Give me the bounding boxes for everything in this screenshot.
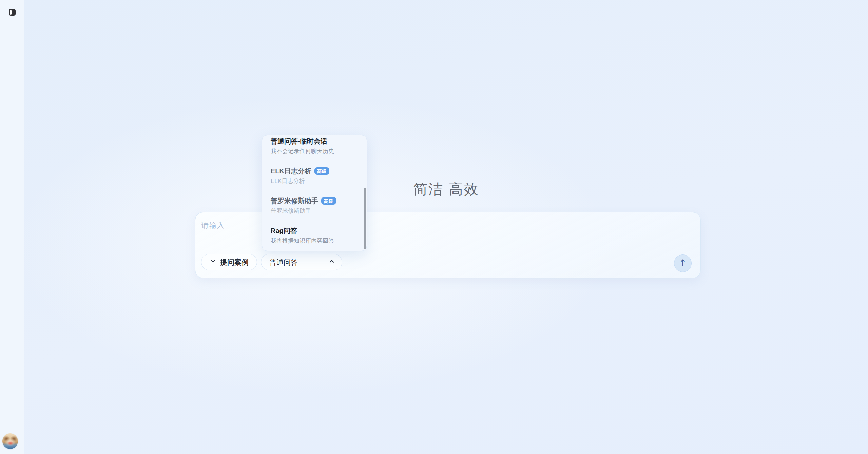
menu-item-subtitle: 我将根据知识库内容回答 xyxy=(271,237,361,245)
advanced-badge: 高级 xyxy=(314,167,329,175)
assistant-mode-value: 普通问答 xyxy=(269,258,298,267)
user-avatar[interactable] xyxy=(2,433,18,449)
examples-button-label: 提问案例 xyxy=(220,258,249,267)
assistant-mode-select[interactable]: 普通问答 xyxy=(261,254,342,270)
menu-item-subtitle: ELK日志分析 xyxy=(271,177,361,185)
chevron-up-icon xyxy=(328,258,335,266)
menu-item-subtitle: 普罗米修斯助手 xyxy=(271,207,361,215)
menu-item-title: ELK日志分析 xyxy=(271,166,311,176)
sidebar-divider xyxy=(0,430,24,430)
dropdown-scrollbar-thumb[interactable] xyxy=(364,188,366,249)
arrow-up-icon: ↑ xyxy=(679,259,687,268)
menu-item-subtitle: 我不会记录任何聊天历史 xyxy=(271,147,361,155)
menu-item-title: Rag问答 xyxy=(271,226,297,235)
panel-left-icon xyxy=(10,10,12,15)
assistant-dropdown-menu: 普通问答-临时会话 我不会记录任何聊天历史 ELK日志分析 高级 ELK日志分析… xyxy=(262,135,367,251)
menu-item-title: 普罗米修斯助手 xyxy=(271,196,318,206)
chevron-down-icon xyxy=(210,258,216,266)
menu-item-general-temp-session[interactable]: 普通问答-临时会话 我不会记录任何聊天历史 xyxy=(271,136,361,155)
menu-item-title: 普通问答-临时会话 xyxy=(271,136,327,146)
advanced-badge: 高级 xyxy=(321,197,336,205)
page-title: 简洁 高效 xyxy=(24,181,868,197)
menu-item-rag-qa[interactable]: Rag问答 我将根据知识库内容回答 xyxy=(271,226,361,245)
examples-button[interactable]: 提问案例 xyxy=(201,254,257,270)
send-button[interactable]: ↑ xyxy=(674,254,692,272)
menu-item-prometheus-assistant[interactable]: 普罗米修斯助手 高级 普罗米修斯助手 xyxy=(271,196,361,215)
menu-item-elk-log-analysis[interactable]: ELK日志分析 高级 ELK日志分析 xyxy=(271,166,361,185)
sidebar xyxy=(0,0,24,454)
sidebar-toggle-button[interactable] xyxy=(9,9,16,16)
app-window: 简洁 高效 提问案例 普通问答 ↑ 普通问答 xyxy=(0,0,868,454)
